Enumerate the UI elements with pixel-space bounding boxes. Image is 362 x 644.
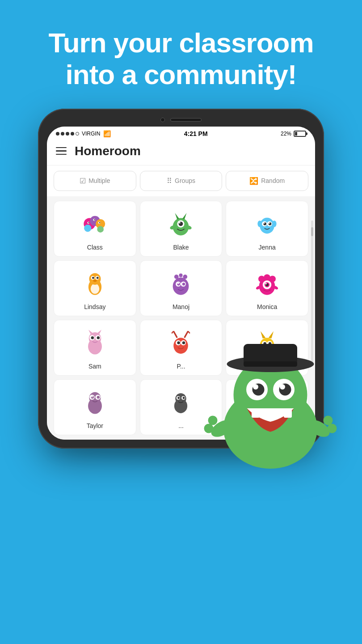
- student-name-manoj: Manoj: [173, 303, 189, 310]
- svg-line-67: [188, 331, 190, 334]
- multiple-label: Multiple: [88, 177, 110, 184]
- phone-outer: VIRGIN 📶 4:21 PM 22% Homeroo: [38, 109, 324, 449]
- phone-screen: VIRGIN 📶 4:21 PM 22% Homeroo: [47, 127, 315, 440]
- monster-blake: [165, 208, 197, 240]
- battery-icon: [294, 131, 306, 137]
- battery-percent: 22%: [281, 131, 291, 137]
- svg-point-77: [264, 342, 267, 345]
- grid-item-manoj[interactable]: Manoj: [140, 260, 223, 316]
- svg-point-3: [84, 225, 91, 232]
- random-icon: 🔀: [249, 177, 258, 185]
- svg-point-62: [97, 336, 100, 339]
- monster-taylor: [79, 386, 111, 419]
- hero-line2: into a community!: [66, 59, 297, 90]
- grid-item-blake2[interactable]: Blake: [226, 320, 308, 376]
- svg-point-63: [174, 338, 189, 354]
- status-bar: VIRGIN 📶 4:21 PM 22%: [47, 127, 315, 140]
- hamburger-line-1: [56, 147, 67, 148]
- svg-point-34: [97, 277, 99, 279]
- grid-item-jenna[interactable]: Jenna: [226, 201, 308, 257]
- svg-point-6: [88, 222, 89, 223]
- hero-line1: Turn your classroom: [48, 27, 313, 58]
- grid-item-monica[interactable]: Monica: [226, 260, 308, 316]
- svg-point-20: [258, 220, 262, 227]
- svg-line-66: [185, 331, 188, 338]
- signal-dot-1: [56, 132, 59, 136]
- svg-point-30: [89, 273, 101, 285]
- svg-point-70: [177, 341, 181, 344]
- svg-point-39: [183, 275, 188, 279]
- student-name-taylor: Taylor: [87, 422, 103, 429]
- svg-point-85: [91, 396, 93, 397]
- signal-dot-5: [76, 132, 79, 136]
- phone-speaker: [170, 118, 202, 122]
- monster-monica: [251, 267, 283, 300]
- monster-p: [165, 327, 197, 359]
- student-name-class: Class: [87, 244, 103, 251]
- svg-point-33: [92, 277, 94, 279]
- svg-point-97: [265, 396, 266, 397]
- svg-point-117: [324, 415, 333, 425]
- grid-item-class[interactable]: Class: [54, 201, 136, 257]
- monster-extra2: [251, 386, 283, 419]
- grid-item-lindsay[interactable]: Lindsay: [54, 260, 136, 316]
- svg-marker-57: [88, 330, 93, 334]
- student-name-lindsay: Lindsay: [84, 303, 105, 310]
- groups-button[interactable]: ⠿ Groups: [140, 171, 223, 191]
- app-header: Homeroom: [47, 140, 315, 165]
- svg-point-29: [91, 284, 100, 294]
- svg-point-35: [93, 280, 97, 282]
- svg-line-64: [174, 331, 177, 338]
- wifi-icon: 📶: [103, 130, 111, 137]
- svg-point-4: [97, 226, 104, 233]
- student-name-extra2: ...: [265, 422, 270, 429]
- scroll-track: [311, 220, 313, 366]
- svg-point-38: [179, 274, 183, 277]
- hamburger-menu-button[interactable]: [56, 147, 67, 155]
- svg-point-118: [328, 424, 337, 433]
- student-name-blake2: Blake: [259, 363, 275, 370]
- svg-point-21: [272, 220, 277, 227]
- status-time: 4:21 PM: [184, 130, 208, 137]
- random-button[interactable]: 🔀 Random: [226, 171, 308, 191]
- phone-top-bar: [47, 118, 315, 122]
- svg-point-61: [91, 336, 94, 339]
- scroll-thumb: [311, 227, 313, 236]
- student-name-sam: Sam: [88, 363, 101, 370]
- multiple-button[interactable]: ☑ Multiple: [54, 171, 136, 191]
- monster-jenna: [251, 208, 283, 240]
- svg-marker-73: [261, 331, 265, 339]
- student-name-blake1: Blake: [173, 244, 189, 251]
- student-name-monica: Monica: [257, 303, 277, 310]
- svg-point-36: [173, 278, 189, 295]
- svg-point-91: [183, 397, 185, 399]
- grid-item-extra2[interactable]: ...: [226, 379, 308, 435]
- svg-point-16: [179, 222, 181, 224]
- phone-camera: [160, 118, 165, 122]
- status-left: VIRGIN 📶: [56, 130, 111, 137]
- signal-dot-2: [61, 132, 64, 136]
- monster-sam: [79, 327, 111, 359]
- svg-marker-13: [182, 213, 187, 220]
- student-grid: Class: [47, 196, 315, 440]
- groups-label: Groups: [175, 177, 195, 184]
- monster-lindsay: [79, 267, 111, 300]
- svg-line-65: [172, 331, 174, 334]
- grid-item-sam[interactable]: Sam: [54, 320, 136, 376]
- app-title: Homeroom: [75, 144, 141, 158]
- carrier-text: VIRGIN: [82, 131, 100, 137]
- svg-point-78: [269, 342, 272, 345]
- svg-point-48: [269, 276, 276, 283]
- random-label: Random: [261, 177, 285, 184]
- grid-item-taylor[interactable]: Taylor: [54, 379, 136, 435]
- grid-item-p[interactable]: P...: [140, 320, 223, 376]
- status-right: 22%: [281, 131, 306, 137]
- groups-icon: ⠿: [167, 177, 172, 185]
- grid-item-blake[interactable]: Blake: [140, 201, 223, 257]
- grid-item-extra1[interactable]: ...: [140, 379, 223, 435]
- monster-blake2: [251, 327, 283, 359]
- svg-point-43: [182, 283, 185, 286]
- svg-marker-12: [175, 213, 180, 220]
- svg-point-26: [264, 223, 265, 224]
- svg-point-52: [265, 283, 267, 284]
